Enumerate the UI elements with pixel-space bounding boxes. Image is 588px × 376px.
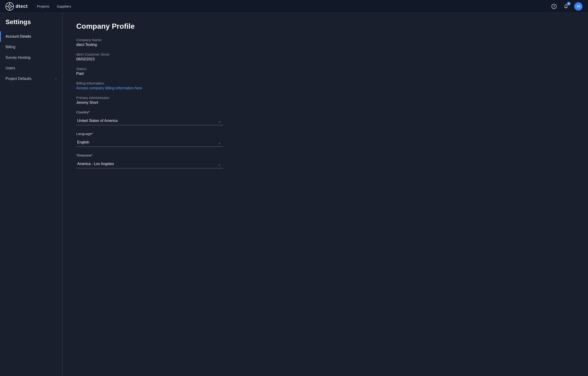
country-group: Country* United States of America Canada…	[76, 110, 574, 125]
status-label: Status:	[76, 67, 574, 71]
navbar-left: dtect Projects Suppliers	[6, 2, 71, 10]
sidebar-item-survey-hosting-label: Survey Hosting	[6, 56, 31, 60]
avatar[interactable]: JS	[574, 2, 582, 10]
sidebar-item-account-details-label: Account Details	[6, 34, 31, 39]
navbar: dtect Projects Suppliers ? 4 JS	[0, 0, 588, 13]
notification-count: 4	[567, 2, 571, 6]
billing-info-group: Billing Information: Access company bill…	[76, 81, 574, 90]
language-select[interactable]: English Spanish French German Portuguese…	[76, 138, 223, 147]
nav-links: Projects Suppliers	[37, 4, 71, 8]
customer-since-label: dtect Customer Since:	[76, 52, 574, 56]
status-group: Status: Paid	[76, 67, 574, 76]
company-name-value: dtect Testing	[76, 43, 574, 47]
sidebar-item-billing-label: Billing	[6, 45, 15, 49]
logo[interactable]: dtect	[6, 2, 28, 10]
notifications-button[interactable]: 4	[562, 3, 570, 10]
company-name-label: Company Name:	[76, 38, 574, 42]
logo-icon	[6, 2, 14, 10]
app-layout: Settings Account Details Billing Survey …	[0, 13, 588, 376]
company-name-group: Company Name: dtect Testing	[76, 38, 574, 47]
sidebar-item-survey-hosting[interactable]: Survey Hosting	[0, 52, 62, 63]
sidebar-item-users[interactable]: Users	[0, 63, 62, 73]
sidebar-item-users-label: Users	[6, 66, 15, 70]
primary-admin-value: Jeremy Short	[76, 101, 574, 105]
svg-point-2	[9, 6, 10, 7]
status-value: Paid	[76, 72, 574, 76]
page-title: Company Profile	[76, 22, 574, 31]
sidebar: Settings Account Details Billing Survey …	[0, 13, 63, 376]
sidebar-item-billing[interactable]: Billing	[0, 42, 62, 52]
primary-admin-group: Primary Administrator: Jeremy Short	[76, 96, 574, 105]
chevron-right-icon: ›	[55, 77, 56, 81]
timezone-label: Timezone*	[76, 153, 574, 157]
billing-info-link[interactable]: Access company billing information here	[76, 86, 142, 90]
timezone-select[interactable]: America - Los Angeles America - New York…	[76, 159, 223, 168]
language-label: Language*	[76, 132, 574, 136]
language-group: Language* English Spanish French German …	[76, 132, 574, 147]
logo-text: dtect	[16, 4, 28, 9]
help-icon: ?	[552, 4, 556, 9]
navbar-right: ? 4 JS	[550, 2, 582, 10]
svg-text:?: ?	[553, 5, 555, 8]
sidebar-title: Settings	[0, 18, 62, 26]
nav-link-projects[interactable]: Projects	[37, 4, 49, 8]
country-label: Country*	[76, 110, 574, 114]
customer-since-group: dtect Customer Since: 06/02/2023	[76, 52, 574, 61]
timezone-select-wrapper: America - Los Angeles America - New York…	[76, 159, 223, 168]
country-select-wrapper: United States of America Canada United K…	[76, 116, 223, 125]
sidebar-item-account-details[interactable]: Account Details	[0, 31, 62, 42]
sidebar-item-project-defaults-label: Project Defaults	[6, 77, 32, 81]
language-select-wrapper: English Spanish French German Portuguese…	[76, 138, 223, 147]
billing-info-label: Billing Information:	[76, 81, 574, 85]
nav-link-suppliers[interactable]: Suppliers	[57, 4, 71, 8]
timezone-group: Timezone* America - Los Angeles America …	[76, 153, 574, 168]
customer-since-value: 06/02/2023	[76, 57, 574, 61]
main-content: Company Profile Company Name: dtect Test…	[63, 13, 588, 376]
help-button[interactable]: ?	[550, 3, 558, 10]
country-select[interactable]: United States of America Canada United K…	[76, 116, 223, 125]
primary-admin-label: Primary Administrator:	[76, 96, 574, 100]
sidebar-item-project-defaults[interactable]: Project Defaults ›	[0, 73, 62, 84]
